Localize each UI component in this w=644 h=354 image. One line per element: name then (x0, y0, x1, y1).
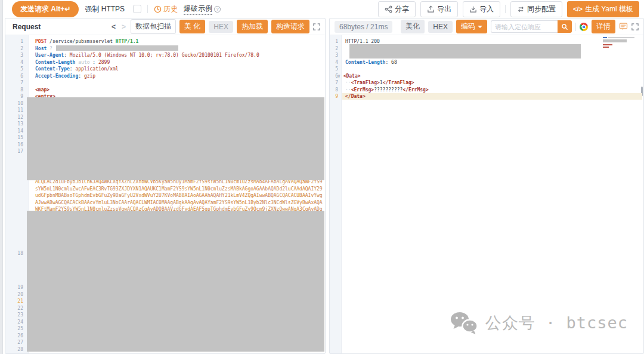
locate-response-input[interactable] (491, 20, 558, 33)
response-search (491, 20, 572, 33)
search-icon (561, 23, 568, 30)
beautify-request-button[interactable]: 美 化 (179, 20, 205, 33)
history-link[interactable]: 历史 (154, 4, 178, 14)
line-number: 27 (5, 339, 23, 346)
next-request-button[interactable]: > (120, 23, 127, 31)
comment-icon[interactable] (619, 22, 628, 31)
share-icon (385, 5, 392, 13)
open-in-browser-icon[interactable] (580, 23, 588, 31)
line-number: 4 (330, 59, 338, 66)
fullscreen-icon[interactable] (313, 23, 320, 30)
minimap[interactable] (603, 36, 639, 51)
line-number: 6 (330, 73, 338, 80)
left-edge-strip (0, 0, 3, 354)
send-request-button[interactable]: 发送请求 Alt+↵ (12, 1, 79, 17)
line-number: 1 (5, 38, 23, 45)
code-line: <map> (35, 87, 49, 94)
code-line: ∨ <Data> (338, 73, 361, 80)
import-button[interactable]: 导入 (463, 1, 500, 17)
request-panel: Request < > 数据包扫描 美 化 HEX 热加载 构造请求 1POST… (5, 18, 326, 354)
chevron-down-icon (478, 26, 482, 28)
request-editor[interactable]: 1POST /service/pubsmsservlet HTTP/1.12Ho… (5, 35, 325, 353)
active-line-highlight (342, 93, 642, 100)
panels-container: Request < > 数据包扫描 美 化 HEX 热加载 构造请求 1POST… (5, 18, 644, 354)
sync-icon (517, 5, 525, 13)
share-label: 分享 (395, 4, 409, 14)
line-number: 17 (5, 148, 23, 155)
line-number: 2 (5, 45, 23, 53)
history-label: 历史 (163, 4, 178, 14)
beautify-response-button[interactable]: 美化 (401, 20, 425, 33)
line-number: 28 (5, 346, 23, 353)
line-number: 3 (330, 52, 338, 59)
line-number: 15 (5, 134, 23, 141)
search-button[interactable] (558, 20, 572, 33)
line-number: 21 (5, 298, 23, 305)
redacted-value (56, 45, 178, 51)
toolbar-left-group: 发送请求 Alt+↵ 强制 HTTPS 历史 爆破示例 ? (12, 1, 221, 17)
code-line: Content-Type: application/xml (35, 66, 119, 73)
request-title: Request (13, 23, 41, 31)
response-size-badge: 68bytes / 21ms (335, 21, 392, 33)
line-number: 12 (5, 114, 23, 121)
generate-yaml-button[interactable]: </> 生成 Yaml 模板 (567, 1, 639, 17)
line-number: 25 (5, 325, 23, 333)
encode-label: 编码 (461, 22, 475, 30)
blast-example-label: 爆破示例 (184, 4, 212, 15)
line-number: 22 (5, 305, 23, 312)
details-button[interactable]: 详情 (592, 20, 615, 33)
line-number: 3 (5, 52, 23, 59)
watermark-text: 公众号 · btcsec (485, 319, 628, 327)
app-root: 发送请求 Alt+↵ 强制 HTTPS 历史 爆破示例 ? 分享 导出 (0, 0, 644, 354)
response-viewer[interactable]: 公众号 · btcsec 1HTTP/1.1 200234Content-Len… (330, 35, 643, 353)
line-number: 8 (330, 87, 338, 94)
base64-payload-line: udGFpbnMBABsoTGphdmEvbGFuZy9DaGFyU2VxdWV… (35, 192, 323, 199)
force-https-checkbox[interactable] (133, 5, 141, 13)
prev-request-button[interactable]: < (110, 23, 117, 31)
request-panel-header: Request < > 数据包扫描 美 化 HEX 热加载 构造请求 (5, 19, 325, 35)
blast-example-link[interactable]: 爆破示例 ? (184, 4, 221, 15)
toolbar-right-group: 分享 导出 导入 同步配置 </> 生成 Yaml 模板 (378, 1, 639, 17)
hot-reload-button[interactable]: 热加载 (237, 20, 268, 33)
line-number: 13 (5, 121, 23, 128)
help-icon[interactable]: ? (214, 6, 221, 13)
fullscreen-icon[interactable] (631, 23, 639, 30)
sync-config-button[interactable]: 同步配置 (510, 1, 562, 17)
redacted-block (27, 211, 324, 352)
line-number: 19 (5, 284, 23, 291)
line-number: 9 (5, 93, 23, 100)
line-number: 2 (330, 45, 338, 53)
line-number: 5 (330, 66, 338, 73)
line-number: 5 (5, 66, 23, 73)
divider (575, 23, 576, 31)
code-line: User-Agent: Mozilla/5.0 (Windows NT 10.0… (35, 52, 259, 59)
encode-dropdown-button[interactable]: 编码 (456, 20, 487, 33)
code-line: Content-Length auto : 2899 (35, 59, 110, 66)
line-number: 26 (5, 333, 23, 340)
line-number: 1 (330, 38, 338, 45)
code-line: </Data> (345, 93, 366, 100)
wechat-icon (450, 311, 478, 335)
code-line: ··<ErrMsg>??????????</ErrMsg> (345, 87, 429, 94)
response-panel: 68bytes / 21ms 美化 HEX 编码 详情 (329, 18, 644, 354)
top-toolbar: 发送请求 Alt+↵ 强制 HTTPS 历史 爆破示例 ? 分享 导出 (3, 0, 644, 18)
watermark: 公众号 · btcsec (450, 311, 628, 335)
divider (147, 5, 148, 13)
import-label: 导入 (479, 4, 494, 14)
construct-request-button[interactable]: 构造请求 (271, 20, 309, 33)
line-number: 7 (5, 79, 23, 87)
line-number: 6 (5, 73, 23, 80)
code-line: Host ? (35, 45, 178, 53)
line-number: 14 (5, 128, 23, 135)
response-panel-header: 68bytes / 21ms 美化 HEX 编码 详情 (330, 19, 643, 35)
sync-config-label: 同步配置 (527, 4, 556, 14)
hex-response-button[interactable]: HEX (428, 21, 453, 33)
packet-scan-button[interactable]: 数据包扫描 (131, 19, 176, 34)
hex-request-button[interactable]: HEX (209, 21, 233, 33)
export-label: 导出 (437, 4, 451, 14)
base64-payload-line: AJwwABwAGCQACACkBAAcvYmluL3NoCAArAQACLWM… (35, 199, 323, 207)
export-button[interactable]: 导出 (420, 1, 458, 17)
share-button[interactable]: 分享 (378, 1, 416, 17)
base64-payload-line: sYW5nL1N0cmluZwcAFwEAC3RvTG93ZXJDYXN1AQA… (35, 186, 323, 193)
line-number: 18 (5, 250, 23, 257)
